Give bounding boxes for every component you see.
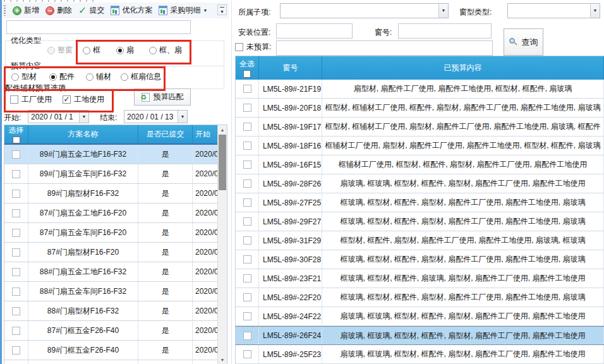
row-checkbox[interactable] [12, 248, 20, 257]
window-table-row[interactable]: LM5L-89#-26F24扇玻璃, 框玻璃, 框型材, 框配件, 扇型材, 扇… [236, 326, 604, 345]
row-checkbox[interactable] [243, 350, 251, 358]
window-table-row[interactable]: LM5L-89#-31F29框型材, 框配件, 扇型材, 扇配件工厂使用, 扇配… [236, 231, 604, 250]
end-date-picker[interactable]: 2020 / 01 / 13 ▼ [124, 110, 188, 123]
radio-frame-sash[interactable]: 框、扇 [149, 45, 182, 56]
plan-name-header[interactable]: 方案名称 [28, 125, 138, 143]
radio-accessory[interactable]: 配件 [49, 71, 75, 82]
scroll-up-icon[interactable]: ▲ [218, 125, 227, 135]
budgeted-content-header[interactable]: 已预算内容 [322, 56, 604, 80]
plan-table-row[interactable]: 88#门扇五金车间F16-F32是2020/0 [4, 282, 227, 301]
submitted-header[interactable]: 是否已提交 [138, 125, 193, 143]
row-checkbox[interactable] [243, 179, 251, 188]
window-table-row[interactable]: LM5L-89#-24F22扇玻璃, 框玻璃, 框型材, 框配件, 扇型材, 扇… [236, 307, 604, 326]
row-checkbox[interactable] [12, 190, 20, 198]
row-checkbox-cell [4, 321, 28, 340]
row-checkbox[interactable] [243, 312, 251, 320]
row-checkbox[interactable] [12, 268, 20, 276]
row-checkbox[interactable] [243, 142, 251, 150]
plan-table-row[interactable]: 89#门扇五金工地F16-F32是2020/0 [4, 145, 227, 164]
scrollbar-thumb[interactable] [219, 135, 226, 190]
delete-button[interactable]: − 删除 [42, 4, 75, 17]
toolbar-grip-handle[interactable] [4, 5, 6, 16]
window-table-row[interactable]: LM5L-89#-27F25框玻璃, 框型材, 框配件, 扇型材, 扇配件工厂使… [236, 193, 604, 212]
query-button[interactable]: 查询 [504, 28, 543, 56]
plan-table-row[interactable]: 88#门框五金F21-F40是2020/0 [4, 360, 227, 364]
add-button[interactable]: + 新增 [9, 4, 42, 17]
panel-splitter[interactable] [231, 0, 232, 364]
window-table-row[interactable]: LM5L-89#-21F19扇型材, 扇配件工厂使用, 扇配件工地使用, 框型材… [236, 80, 604, 99]
window-no-input[interactable] [398, 23, 492, 39]
install-position-input[interactable] [276, 23, 353, 39]
window-table-row[interactable]: LM5L-89#-25F23扇玻璃, 框玻璃, 框型材, 框配件, 扇型材, 扇… [236, 345, 604, 364]
dropdown-button[interactable]: ▼ [590, 4, 600, 18]
window-type-combobox[interactable]: ▼ [507, 3, 600, 18]
row-checkbox[interactable] [243, 161, 251, 169]
row-checkbox[interactable] [243, 236, 251, 245]
row-checkbox[interactable] [12, 288, 20, 296]
sub-item-combobox[interactable]: ▼ [280, 3, 449, 18]
row-checkbox-cell [236, 327, 259, 344]
plan-table-row[interactable]: 89#门框五金F26-F40是2020/0 [4, 341, 227, 360]
header-checkbox[interactable] [243, 70, 251, 78]
submitted-cell: 是 [138, 145, 193, 164]
plan-table-row[interactable]: 87#门扇五金工地F16-F20是2020/0 [4, 203, 227, 223]
window-no-header[interactable]: 窗号 [259, 56, 322, 80]
optimize-plan-button[interactable]: 优化方案 [107, 4, 155, 17]
row-checkbox[interactable] [12, 346, 20, 355]
window-table-row[interactable]: LM5L-89#-28F26扇玻璃, 框玻璃, 框型材, 框配件, 扇型材, 扇… [236, 174, 604, 193]
plan-table-row[interactable]: 88#门扇五金工地F16-F32是2020/0 [4, 262, 227, 282]
window-table-row[interactable]: LM5L-89#-20F18框型材, 框辅材工厂使用, 框配件, 扇型材, 扇配… [236, 99, 604, 118]
site-use-checkbox[interactable]: ✓ 工地使用 [63, 94, 104, 105]
row-checkbox[interactable] [243, 332, 251, 340]
row-checkbox[interactable] [12, 150, 20, 159]
plan-filter-input[interactable] [6, 20, 191, 34]
toolbar-overflow-button[interactable]: ▼ [217, 4, 227, 15]
purchase-detail-button[interactable]: 采购明细 ▼ [155, 4, 210, 17]
row-checkbox[interactable] [243, 85, 251, 93]
budget-match-button[interactable]: ♻ 预算匹配 [134, 88, 191, 106]
vertical-scrollbar[interactable]: ▲ ▼ [217, 125, 227, 364]
row-checkbox[interactable] [12, 229, 20, 237]
radio-frame[interactable]: 框 [83, 45, 100, 56]
window-table-row[interactable]: LM5L-89#-22F20框玻璃, 框型材, 框配件, 扇型材, 扇配件工厂使… [236, 288, 604, 307]
plan-table-row[interactable]: 87#门扇五金车间F16-F20是2020/0 [4, 223, 227, 243]
select-all-header[interactable]: 选择 [4, 125, 28, 143]
start-date-picker[interactable]: 2020 / 01 / 1 ▼ [28, 110, 89, 123]
dropdown-button[interactable]: ▼ [438, 4, 448, 18]
select-all-header[interactable]: 全选 [236, 56, 259, 80]
dropdown-button[interactable]: ▼ [178, 111, 187, 123]
row-checkbox[interactable] [12, 327, 20, 335]
window-table-row[interactable]: LM5L-89#-23F21框玻璃, 框型材, 框配件, 扇玻璃, 扇型材, 扇… [236, 269, 604, 288]
row-checkbox[interactable] [243, 104, 251, 112]
window-table-row[interactable]: LM5L-89#-18F16框辅材工厂使用, 扇型材, 扇配件工厂使用, 扇配件… [236, 136, 604, 155]
window-table-row[interactable]: LM5L-89#-16F15框辅材工厂使用, 框型材, 框配件, 扇型材, 扇配… [236, 155, 604, 174]
row-checkbox[interactable] [12, 170, 20, 178]
scroll-down-icon[interactable]: ▼ [218, 355, 227, 364]
window-table-row[interactable]: LM5L-89#-30F28框玻璃, 框型材, 框配件, 扇型材, 扇配件工厂使… [236, 250, 604, 269]
plan-table-row[interactable]: 87#门扇型材F16-F20是2020/0 [4, 243, 227, 262]
window-table-row[interactable]: LM5L-89#-19F17框型材, 框辅材工厂使用, 扇型材, 扇配件工厂使用… [236, 118, 604, 136]
dropdown-button[interactable]: ▼ [79, 111, 88, 123]
radio-frame-sash-info[interactable]: 框扇信息 [121, 71, 161, 82]
submit-button[interactable]: ✓ 提交 [75, 4, 107, 17]
plan-table-row[interactable]: 88#门扇型材F16-F32是2020/0 [4, 301, 227, 321]
plan-table-row[interactable]: 89#门扇五金车间F16-F32是2020/0 [4, 164, 227, 184]
window-table-row[interactable]: LM5L-89#-29F27框玻璃, 框型材, 框配件, 扇型材, 扇配件工厂使… [236, 212, 604, 231]
no-budget-checkbox[interactable]: 未预算: [235, 42, 271, 52]
no-budget-input[interactable] [276, 40, 493, 56]
plan-table-row[interactable]: 89#门扇型材F16-F32是2020/0 [4, 184, 227, 203]
radio-profile[interactable]: 型材 [11, 71, 37, 82]
factory-use-checkbox[interactable]: 工厂使用 [10, 94, 52, 105]
row-checkbox[interactable] [243, 123, 251, 131]
row-checkbox[interactable] [243, 255, 251, 264]
row-checkbox[interactable] [12, 209, 20, 217]
radio-sash[interactable]: 扇 [116, 45, 134, 56]
row-checkbox[interactable] [243, 198, 251, 207]
row-checkbox[interactable] [243, 274, 251, 282]
plan-table-row[interactable]: 87#门框五金F26-F40是2020/0 [4, 321, 227, 341]
row-checkbox[interactable] [243, 293, 251, 301]
radio-auxiliary[interactable]: 辅材 [86, 71, 111, 82]
row-checkbox[interactable] [243, 217, 251, 226]
row-checkbox[interactable] [12, 307, 20, 315]
header-checkbox[interactable] [13, 136, 20, 143]
